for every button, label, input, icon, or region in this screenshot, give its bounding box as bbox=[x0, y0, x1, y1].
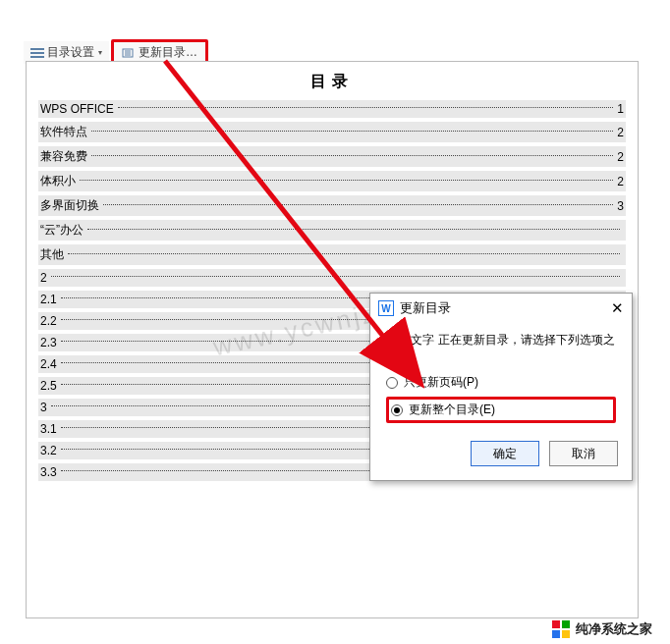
toc-entry-label: 软件特点 bbox=[40, 124, 87, 140]
toc-entry-label: 2.1 bbox=[40, 293, 57, 306]
dropdown-icon: ▾ bbox=[98, 48, 102, 57]
dialog-message: WPS文字 正在更新目录，请选择下列选项之一： bbox=[384, 331, 618, 366]
close-icon[interactable]: ✕ bbox=[611, 299, 624, 317]
radio-page-only[interactable]: 只更新页码(P) bbox=[386, 374, 616, 391]
wps-app-icon: W bbox=[378, 300, 394, 316]
radio-icon bbox=[391, 404, 403, 416]
toc-entry-page: 3 bbox=[617, 199, 624, 213]
toc-leader-dots bbox=[87, 229, 620, 230]
radio-entire-label: 更新整个目录(E) bbox=[409, 402, 495, 418]
toc-entry-label: 3.1 bbox=[40, 422, 57, 436]
toc-entry-label: 2 bbox=[40, 271, 47, 285]
toc-leader-dots bbox=[118, 107, 614, 108]
refresh-icon bbox=[122, 47, 136, 59]
toc-entry-label: 体积小 bbox=[40, 173, 76, 189]
toc-entry-page: 2 bbox=[617, 126, 624, 139]
svg-rect-0 bbox=[30, 48, 44, 50]
toc-leader-dots bbox=[103, 204, 613, 205]
toc-entry[interactable]: 兼容免费2 bbox=[38, 146, 626, 167]
toc-leader-dots bbox=[68, 253, 620, 254]
toc-entry-label: 多界面切换 bbox=[40, 197, 99, 214]
svg-rect-1 bbox=[30, 52, 44, 54]
dialog-titlebar: W 更新目录 ✕ bbox=[370, 294, 632, 323]
toc-leader-dots bbox=[91, 131, 613, 132]
update-toc-label: 更新目录… bbox=[139, 44, 197, 61]
toc-entry-label: 2.4 bbox=[40, 357, 57, 371]
toc-settings-label: 目录设置 bbox=[47, 44, 94, 61]
toc-leader-dots bbox=[51, 276, 620, 277]
toc-entry[interactable]: 多界面切换3 bbox=[38, 195, 626, 216]
toc-leader-dots bbox=[91, 155, 613, 156]
toc-leader-dots bbox=[80, 180, 613, 181]
radio-page-only-label: 只更新页码(P) bbox=[404, 374, 478, 391]
toc-entry-label: 其他 bbox=[40, 246, 64, 263]
page-title: 目录 bbox=[38, 72, 626, 92]
toc-entry-label: 兼容免费 bbox=[40, 148, 87, 165]
cancel-button[interactable]: 取消 bbox=[549, 441, 618, 466]
footer-brand: 纯净系统之家 bbox=[552, 620, 652, 638]
ok-button[interactable]: 确定 bbox=[471, 441, 539, 466]
update-toc-dialog: W 更新目录 ✕ WPS文字 正在更新目录，请选择下列选项之一： 只更新页码(P… bbox=[369, 293, 633, 481]
toc-entry-label: 3.2 bbox=[40, 444, 57, 457]
toc-entry[interactable]: 软件特点2 bbox=[38, 122, 626, 142]
brand-text: 纯净系统之家 bbox=[576, 620, 652, 638]
toc-entry-label: 3 bbox=[40, 401, 47, 414]
toc-entry[interactable]: WPS OFFICE1 bbox=[38, 100, 626, 118]
radio-icon bbox=[386, 377, 398, 389]
toc-entry-label: 2.3 bbox=[40, 336, 57, 349]
toc-settings-icon bbox=[30, 47, 44, 59]
radio-entire-toc[interactable]: 更新整个目录(E) bbox=[386, 397, 616, 423]
brand-logo-icon bbox=[552, 620, 570, 638]
dialog-title-text: 更新目录 bbox=[400, 299, 451, 317]
toc-entry-label: 3.3 bbox=[40, 465, 57, 479]
toc-entry[interactable]: “云”办公 bbox=[38, 220, 626, 241]
toc-entry-label: 2.5 bbox=[40, 379, 57, 393]
svg-rect-2 bbox=[30, 56, 44, 58]
toc-entry-label: WPS OFFICE bbox=[40, 102, 114, 116]
toc-entry[interactable]: 体积小2 bbox=[38, 171, 626, 191]
toc-entry-label: 2.2 bbox=[40, 314, 57, 328]
toc-entry-label: “云”办公 bbox=[40, 222, 84, 239]
toc-entry-page: 2 bbox=[617, 150, 624, 164]
toc-entry[interactable]: 其他 bbox=[38, 244, 626, 265]
toc-entry-page: 2 bbox=[617, 175, 624, 188]
toc-entry-page: 1 bbox=[617, 102, 624, 116]
toc-entry[interactable]: 2 bbox=[38, 269, 626, 287]
